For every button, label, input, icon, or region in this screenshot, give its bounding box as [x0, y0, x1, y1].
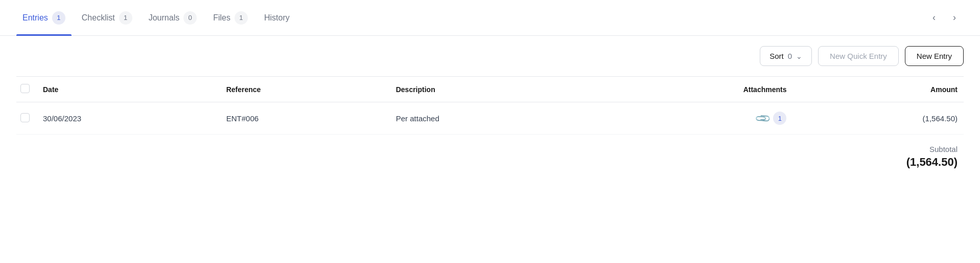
new-entry-button[interactable]: New Entry [905, 46, 964, 66]
row-amount: (1,564.50) [792, 102, 964, 135]
attachment-count-badge[interactable]: 1 [773, 112, 786, 125]
sort-button[interactable]: Sort 0 ⌄ [760, 46, 812, 66]
tab-files-label: Files [213, 13, 230, 23]
row-reference[interactable]: ENT#006 [220, 102, 390, 135]
tab-checklist-badge: 1 [119, 11, 132, 25]
tab-journals-badge: 0 [183, 11, 197, 25]
table-section: Date Reference Description Attachments A… [0, 76, 980, 135]
toolbar: Sort 0 ⌄ New Quick Entry New Entry [0, 36, 980, 76]
entries-table: Date Reference Description Attachments A… [16, 76, 964, 135]
header-date: Date [37, 77, 220, 102]
tab-checklist-label: Checklist [82, 13, 115, 23]
tab-nav: Entries 1 Checklist 1 Journals 0 Files 1… [16, 0, 925, 36]
tab-history-label: History [264, 13, 290, 23]
header-attachments: Attachments [592, 77, 793, 102]
tab-journals-label: Journals [149, 13, 179, 23]
header-description: Description [390, 77, 592, 102]
row-checkbox-cell [16, 102, 37, 135]
tab-bar: Entries 1 Checklist 1 Journals 0 Files 1… [0, 0, 980, 36]
next-arrow[interactable]: › [945, 9, 964, 27]
paperclip-icon[interactable]: 📎 [754, 109, 772, 127]
prev-arrow[interactable]: ‹ [925, 9, 943, 27]
header-checkbox-cell [16, 77, 37, 102]
header-reference: Reference [220, 77, 390, 102]
header-amount: Amount [792, 77, 964, 102]
row-attachments: 📎 1 [592, 102, 793, 135]
tab-history[interactable]: History [258, 0, 296, 36]
quick-entry-label: New Quick Entry [830, 52, 887, 60]
subtotal-label: Subtotal [22, 145, 958, 154]
nav-arrows: ‹ › [925, 9, 964, 27]
subtotal-amount: (1,564.50) [22, 156, 958, 169]
tab-entries-badge: 1 [52, 11, 65, 25]
row-description: Per attached [390, 102, 592, 135]
sort-count: 0 [788, 52, 792, 60]
tab-files-badge: 1 [235, 11, 248, 25]
tab-entries-label: Entries [22, 13, 48, 23]
subtotal-section: Subtotal (1,564.50) [0, 135, 980, 179]
new-entry-label: New Entry [917, 52, 952, 60]
main-container: Entries 1 Checklist 1 Journals 0 Files 1… [0, 0, 980, 263]
new-quick-entry-button[interactable]: New Quick Entry [818, 46, 899, 66]
chevron-down-icon: ⌄ [796, 52, 802, 60]
row-date: 30/06/2023 [37, 102, 220, 135]
tab-files[interactable]: Files 1 [207, 0, 254, 36]
select-all-checkbox[interactable] [20, 84, 30, 93]
table-header-row: Date Reference Description Attachments A… [16, 77, 964, 102]
sort-label: Sort [769, 52, 784, 60]
tab-journals[interactable]: Journals 0 [143, 0, 203, 36]
table-row: 30/06/2023 ENT#006 Per attached 📎 1 [16, 102, 964, 135]
tab-entries[interactable]: Entries 1 [16, 0, 72, 36]
tab-checklist[interactable]: Checklist 1 [76, 0, 138, 36]
attachments-cell: 📎 1 [598, 112, 787, 125]
row-checkbox[interactable] [20, 113, 30, 122]
